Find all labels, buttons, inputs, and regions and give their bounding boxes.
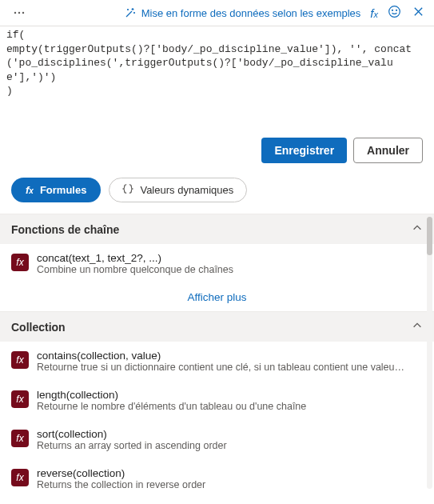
group-header-collection[interactable]: Collection xyxy=(0,311,434,342)
function-desc: Retourne le nombre d'éléments d'un table… xyxy=(37,401,408,412)
chevron-up-icon xyxy=(412,222,423,236)
smile-icon xyxy=(388,5,401,18)
svg-point-0 xyxy=(14,12,16,14)
svg-point-3 xyxy=(389,6,400,18)
panel-title-text: Mise en forme des données selon les exem… xyxy=(141,7,361,19)
fx-badge-icon: fx xyxy=(11,430,29,447)
show-more-link[interactable]: Afficher plus xyxy=(0,283,434,311)
feedback-button[interactable] xyxy=(388,5,401,21)
group-title: Fonctions de chaîne xyxy=(11,223,119,236)
group-title: Collection xyxy=(11,321,66,334)
svg-point-1 xyxy=(18,12,20,14)
wand-icon xyxy=(124,6,137,19)
function-row-concat[interactable]: fx concat(text_1, text_2?, ...) Combine … xyxy=(0,244,419,283)
function-row-length[interactable]: fx length(collection) Retourne le nombre… xyxy=(0,381,419,420)
save-button[interactable]: Enregistrer xyxy=(261,138,347,163)
group-header-string-functions[interactable]: Fonctions de chaîne xyxy=(0,214,434,244)
function-text: length(collection) Retourne le nombre d'… xyxy=(37,389,408,412)
function-name: concat(text_1, text_2?, ...) xyxy=(37,252,408,264)
function-text: sort(collection) Returns an array sorted… xyxy=(37,428,408,451)
button-row: Enregistrer Annuler xyxy=(0,128,434,178)
tab-formulas-label: Formules xyxy=(40,184,87,196)
svg-point-4 xyxy=(392,10,392,10)
function-name: contains(collection, value) xyxy=(37,350,408,362)
svg-point-5 xyxy=(396,10,397,10)
function-row-reverse[interactable]: fx reverse(collection) Returns the colle… xyxy=(0,459,419,498)
more-icon xyxy=(13,6,26,19)
tab-dynamic-values-label: Valeurs dynamiques xyxy=(140,184,233,196)
function-desc: Combine un nombre quelconque de chaînes xyxy=(37,264,408,275)
function-desc: Returns the collection in reverse order xyxy=(37,479,408,490)
function-row-contains[interactable]: fx contains(collection, value) Retourne … xyxy=(0,342,419,381)
cancel-button[interactable]: Annuler xyxy=(353,138,423,163)
close-button[interactable] xyxy=(411,6,426,20)
function-name: length(collection) xyxy=(37,389,408,401)
tab-dynamic-values[interactable]: Valeurs dynamiques xyxy=(109,178,247,202)
function-row-sort[interactable]: fx sort(collection) Returns an array sor… xyxy=(0,420,419,459)
function-text: concat(text_1, text_2?, ...) Combine un … xyxy=(37,252,408,275)
close-icon xyxy=(412,6,424,18)
fx-badge-icon: fx xyxy=(11,469,29,486)
expression-editor[interactable]: if( empty(triggerOutputs()?['body/_po_di… xyxy=(0,26,434,128)
function-text: contains(collection, value) Retourne tru… xyxy=(37,350,408,373)
function-desc: Retourne true si un dictionnaire contien… xyxy=(37,362,408,373)
tab-formulas[interactable]: fx Formules xyxy=(11,178,101,202)
function-desc: Returns an array sorted in ascending ord… xyxy=(37,440,408,451)
fx-badge-icon: fx xyxy=(11,390,29,408)
svg-point-2 xyxy=(22,12,24,14)
chevron-up-icon xyxy=(412,320,423,334)
mode-pills: fx Formules Valeurs dynamiques xyxy=(0,178,434,214)
panel-title: Mise en forme des données selon les exem… xyxy=(124,6,361,19)
function-list: Fonctions de chaîne fx concat(text_1, te… xyxy=(0,214,434,498)
function-name: reverse(collection) xyxy=(37,467,408,479)
function-text: reverse(collection) Returns the collecti… xyxy=(37,467,408,490)
scrollbar-thumb[interactable] xyxy=(427,217,432,255)
fx-badge-icon: fx xyxy=(11,351,29,369)
fx-badge-icon: fx xyxy=(11,254,29,271)
header-bar: Mise en forme des données selon les exem… xyxy=(0,0,434,26)
braces-icon xyxy=(122,183,133,197)
fx-icon: fx xyxy=(26,184,34,196)
scrollbar[interactable] xyxy=(427,217,432,489)
formula-mode-icon[interactable]: fx xyxy=(370,6,378,20)
more-menu[interactable] xyxy=(8,6,30,19)
function-name: sort(collection) xyxy=(37,428,408,440)
